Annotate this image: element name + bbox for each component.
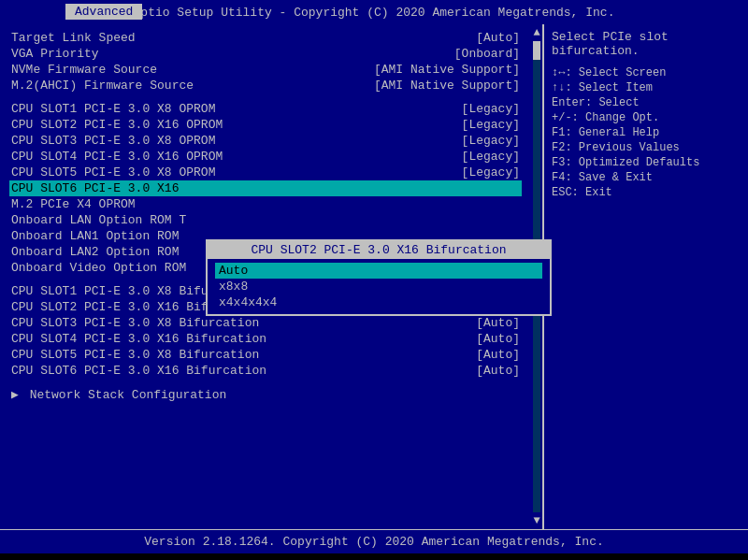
menu-item-label: CPU SLOT6 PCI-E 3.0 X16 [11,181,520,195]
menu-item-label: NVMe Firmware Source [11,63,374,77]
menu-item-label: CPU SLOT3 PCI-E 3.0 X8 OPROM [11,134,462,148]
menu-list: Target Link Speed[Auto]VGA Priority[Onbo… [9,30,522,403]
popup-option[interactable]: x4x4x4x4 [215,294,542,310]
popup-title: CPU SLOT2 PCI-E 3.0 X16 Bifurcation [208,241,550,259]
menu-item-label: CPU SLOT4 PCI-E 3.0 X16 Bifurcation [11,332,476,346]
menu-item-label: M.2(AHCI) Firmware Source [11,79,374,93]
menu-item-value: [Auto] [476,364,520,378]
menu-item-label: CPU SLOT6 PCI-E 3.0 X16 Bifurcation [11,364,476,378]
menu-item-label: CPU SLOT3 PCI-E 3.0 X8 Bifurcation [11,316,476,330]
key-hint: +/-: Change Opt. [552,110,741,125]
menu-item-label: ▶ Network Stack Configuration [11,387,520,402]
menu-item[interactable]: CPU SLOT6 PCI-E 3.0 X16 [9,180,522,196]
scroll-up-arrow[interactable]: ▲ [533,26,539,39]
menu-item-label: CPU SLOT5 PCI-E 3.0 X8 OPROM [11,165,462,179]
menu-item[interactable]: Target Link Speed[Auto] [9,30,522,46]
menu-item-value: [Legacy] [462,150,520,164]
top-bar: Advanced Aptio Setup Utility - Copyright… [0,0,748,24]
menu-item-value: [Legacy] [462,118,520,132]
menu-item-label: Target Link Speed [11,31,476,45]
scroll-thumb [533,41,540,60]
menu-item[interactable]: CPU SLOT3 PCI-E 3.0 X8 OPROM[Legacy] [9,133,522,149]
menu-item-value: [AMI Native Support] [374,79,520,93]
menu-item-label: Onboard LAN Option ROM T [11,213,520,227]
menu-item-value: [Auto] [476,31,520,45]
menu-spacer [9,379,522,386]
menu-item-value: [Legacy] [462,165,520,179]
menu-item[interactable]: CPU SLOT4 PCI-E 3.0 X16 OPROM[Legacy] [9,149,522,165]
menu-item-value: [Onboard] [454,47,520,61]
menu-item[interactable]: CPU SLOT4 PCI-E 3.0 X16 Bifurcation[Auto… [9,331,522,347]
popup-option[interactable]: Auto [215,263,542,279]
menu-item[interactable]: M.2 PCIe X4 OPROM [9,196,522,212]
help-description: Select PCIe slot bifurcation. [552,30,741,58]
menu-item[interactable]: CPU SLOT5 PCI-E 3.0 X8 Bifurcation[Auto] [9,347,522,363]
menu-item-label: M.2 PCIe X4 OPROM [11,197,520,211]
submenu-arrow-icon: ▶ [11,388,26,402]
key-hint: Enter: Select [552,95,741,110]
menu-item[interactable]: CPU SLOT2 PCI-E 3.0 X16 OPROM[Legacy] [9,117,522,133]
menu-item[interactable]: CPU SLOT6 PCI-E 3.0 X16 Bifurcation[Auto… [9,363,522,379]
bifurcation-popup: CPU SLOT2 PCI-E 3.0 X16 Bifurcation Auto… [206,239,552,316]
menu-item-value: [Legacy] [462,134,520,148]
menu-item[interactable]: Onboard LAN Option ROM T [9,212,522,228]
menu-item-value: [Auto] [476,332,520,346]
menu-item[interactable]: CPU SLOT3 PCI-E 3.0 X8 Bifurcation[Auto] [9,315,522,331]
menu-item[interactable]: M.2(AHCI) Firmware Source[AMI Native Sup… [9,78,522,93]
menu-item-value: [AMI Native Support] [374,63,520,77]
footer-text: Version 2.18.1264. Copyright (C) 2020 Am… [144,535,603,549]
right-panel: Select PCIe slot bifurcation. ↕↔: Select… [542,24,748,529]
menu-item-value: [Auto] [476,316,520,330]
menu-item[interactable]: CPU SLOT5 PCI-E 3.0 X8 OPROM[Legacy] [9,165,522,180]
menu-item-label: CPU SLOT2 PCI-E 3.0 X16 OPROM [11,118,462,132]
menu-item-label: VGA Priority [11,47,454,61]
header-title: Aptio Setup Utility - Copyright (C) 2020… [134,6,615,20]
key-hint: F1: General Help [552,125,741,140]
bottom-bar: Version 2.18.1264. Copyright (C) 2020 Am… [0,529,748,553]
menu-spacer [9,93,522,101]
menu-item[interactable]: ▶ Network Stack Configuration [9,386,522,403]
tab-advanced[interactable]: Advanced [65,4,142,20]
menu-item-value: [Auto] [476,348,520,362]
key-hint: ↑↓: Select Item [552,80,741,95]
key-hint: F4: Save & Exit [552,170,741,185]
key-hint: ↕↔: Select Screen [552,65,741,80]
key-hint: F2: Previous Values [552,140,741,155]
menu-item-label: CPU SLOT1 PCI-E 3.0 X8 OPROM [11,102,462,116]
key-hint: F3: Optimized Defaults [552,155,741,170]
menu-item[interactable]: VGA Priority[Onboard] [9,46,522,62]
key-hint: ESC: Exit [552,185,741,200]
popup-items: Autox8x8x4x4x4x4 [208,259,550,314]
menu-item-value: [Legacy] [462,102,520,116]
key-legend: ↕↔: Select Screen↑↓: Select ItemEnter: S… [552,65,741,200]
menu-item[interactable]: NVMe Firmware Source[AMI Native Support] [9,62,522,78]
scroll-down-arrow[interactable]: ▼ [533,514,539,527]
menu-item[interactable]: CPU SLOT1 PCI-E 3.0 X8 OPROM[Legacy] [9,101,522,117]
menu-item-label: CPU SLOT4 PCI-E 3.0 X16 OPROM [11,150,462,164]
popup-option[interactable]: x8x8 [215,279,542,294]
menu-item-label: CPU SLOT5 PCI-E 3.0 X8 Bifurcation [11,348,476,362]
